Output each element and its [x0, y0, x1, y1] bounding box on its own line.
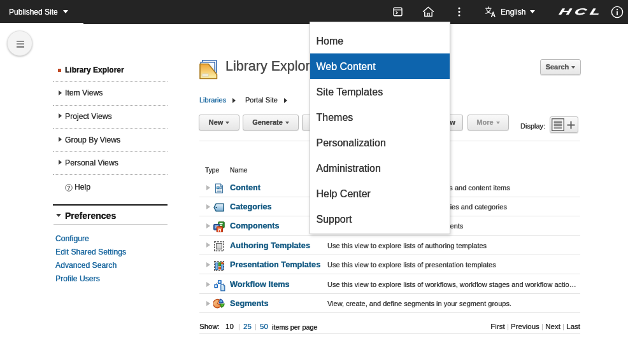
svg-text:?: ?: [68, 185, 71, 191]
